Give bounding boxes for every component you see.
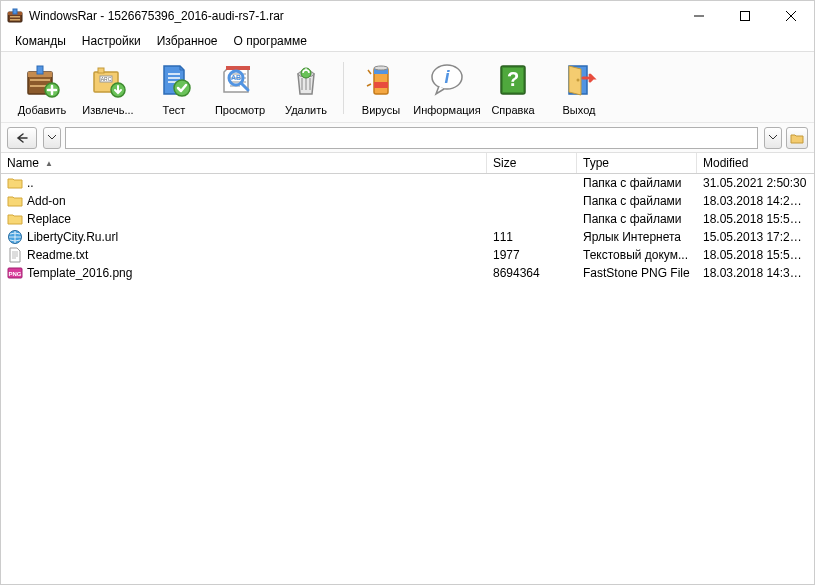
file-size: 8694364 — [487, 266, 577, 280]
close-button[interactable] — [768, 1, 814, 31]
column-modified[interactable]: Modified — [697, 153, 814, 173]
virus-icon — [361, 60, 401, 100]
file-modified: 15.05.2013 17:25:16 — [697, 230, 814, 244]
folder-icon — [7, 193, 23, 209]
svg-rect-6 — [741, 12, 750, 21]
svg-rect-2 — [13, 9, 17, 14]
file-size: 1977 — [487, 248, 577, 262]
delete-label: Удалить — [285, 104, 327, 116]
info-label: Информация — [413, 104, 480, 116]
svg-rect-26 — [374, 82, 388, 88]
test-icon — [154, 60, 194, 100]
delete-icon — [286, 60, 326, 100]
help-icon: ? — [493, 60, 533, 100]
toolbar-area: Добавить ARC Извлечь... Тест — [1, 51, 814, 153]
help-label: Справка — [491, 104, 534, 116]
file-type: Папка с файлами — [577, 212, 697, 226]
add-label: Добавить — [18, 104, 67, 116]
file-list-header: Name ▲ Size Type Modified — [1, 153, 814, 174]
chevron-down-icon — [48, 135, 56, 140]
svg-rect-19 — [226, 66, 250, 70]
address-box — [65, 127, 758, 149]
address-dropdown-button[interactable] — [764, 127, 782, 149]
file-modified: 18.03.2018 14:24:01 — [697, 194, 814, 208]
file-name: .. — [27, 176, 34, 190]
file-row[interactable]: ..Папка с файлами31.05.2021 2:50:30 — [1, 174, 814, 192]
svg-rect-4 — [10, 19, 20, 21]
column-type[interactable]: Type — [577, 153, 697, 173]
file-type: FastStone PNG File — [577, 266, 697, 280]
test-button[interactable]: Тест — [141, 58, 207, 118]
file-type: Папка с файлами — [577, 176, 697, 190]
menu-favorites[interactable]: Избранное — [149, 32, 226, 50]
file-modified: 18.05.2018 15:50:22 — [697, 212, 814, 226]
virus-label: Вирусы — [362, 104, 400, 116]
delete-button[interactable]: Удалить — [273, 58, 339, 118]
back-arrow-icon — [15, 132, 29, 144]
file-size: 111 — [487, 230, 577, 244]
file-modified: 31.05.2021 2:50:30 — [697, 176, 814, 190]
title-bar: WindowsRar - 1526675396_2016-audi-rs7-1.… — [1, 1, 814, 31]
file-type: Папка с файлами — [577, 194, 697, 208]
info-button[interactable]: i Информация — [414, 58, 480, 118]
virus-button[interactable]: Вирусы — [348, 58, 414, 118]
png-icon: PNG — [7, 265, 23, 281]
file-row[interactable]: PNGTemplate_2016.png8694364FastStone PNG… — [1, 264, 814, 282]
file-modified: 18.05.2018 15:52:55 — [697, 248, 814, 262]
archive-add-icon — [22, 60, 62, 100]
extract-icon: ARC — [88, 60, 128, 100]
file-row[interactable]: Add-onПапка с файлами18.03.2018 14:24:01 — [1, 192, 814, 210]
url-icon — [7, 229, 23, 245]
add-button[interactable]: Добавить — [9, 58, 75, 118]
window-controls — [676, 1, 814, 31]
maximize-button[interactable] — [722, 1, 768, 31]
menu-bar: Команды Настройки Избранное О программе — [1, 31, 814, 51]
back-button[interactable] — [7, 127, 37, 149]
txt-icon — [7, 247, 23, 263]
svg-rect-14 — [98, 68, 104, 73]
file-name: Replace — [27, 212, 71, 226]
info-icon: i — [427, 60, 467, 100]
svg-point-27 — [374, 66, 388, 70]
view-icon: AB — [220, 60, 260, 100]
column-name[interactable]: Name ▲ — [1, 153, 487, 173]
file-row[interactable]: LibertyCity.Ru.url111Ярлык Интернета15.0… — [1, 228, 814, 246]
file-row[interactable]: ReplaceПапка с файлами18.05.2018 15:50:2… — [1, 210, 814, 228]
file-name: Add-on — [27, 194, 66, 208]
file-type: Ярлык Интернета — [577, 230, 697, 244]
history-dropdown-button[interactable] — [43, 127, 61, 149]
folder-up-icon — [7, 175, 23, 191]
test-label: Тест — [163, 104, 186, 116]
exit-button[interactable]: Выход — [546, 58, 612, 118]
file-rows: ..Папка с файлами31.05.2021 2:50:30Add-o… — [1, 174, 814, 282]
address-input[interactable] — [66, 128, 757, 148]
exit-icon — [559, 60, 599, 100]
menu-commands[interactable]: Команды — [7, 32, 74, 50]
file-row[interactable]: Readme.txt1977Текстовый докум...18.05.20… — [1, 246, 814, 264]
folder-tree-button[interactable] — [786, 127, 808, 149]
svg-point-34 — [577, 79, 580, 82]
file-name: Template_2016.png — [27, 266, 132, 280]
folder-icon — [7, 211, 23, 227]
view-button[interactable]: AB Просмотр — [207, 58, 273, 118]
extract-button[interactable]: ARC Извлечь... — [75, 58, 141, 118]
column-size[interactable]: Size — [487, 153, 577, 173]
svg-rect-3 — [10, 16, 20, 18]
toolbar-separator — [343, 62, 344, 114]
menu-about[interactable]: О программе — [226, 32, 315, 50]
svg-text:PNG: PNG — [8, 271, 21, 277]
file-area: Name ▲ Size Type Modified ..Папка с файл… — [1, 153, 814, 584]
window-title: WindowsRar - 1526675396_2016-audi-rs7-1.… — [29, 9, 284, 23]
sort-asc-icon: ▲ — [45, 159, 53, 168]
toolbar: Добавить ARC Извлечь... Тест — [1, 52, 814, 122]
app-icon — [7, 8, 23, 24]
menu-settings[interactable]: Настройки — [74, 32, 149, 50]
svg-text:?: ? — [507, 68, 519, 90]
nav-bar — [1, 122, 814, 152]
extract-label: Извлечь... — [82, 104, 133, 116]
help-button[interactable]: ? Справка — [480, 58, 546, 118]
minimize-button[interactable] — [676, 1, 722, 31]
view-label: Просмотр — [215, 104, 265, 116]
chevron-down-icon — [769, 135, 777, 140]
svg-rect-11 — [37, 66, 43, 74]
